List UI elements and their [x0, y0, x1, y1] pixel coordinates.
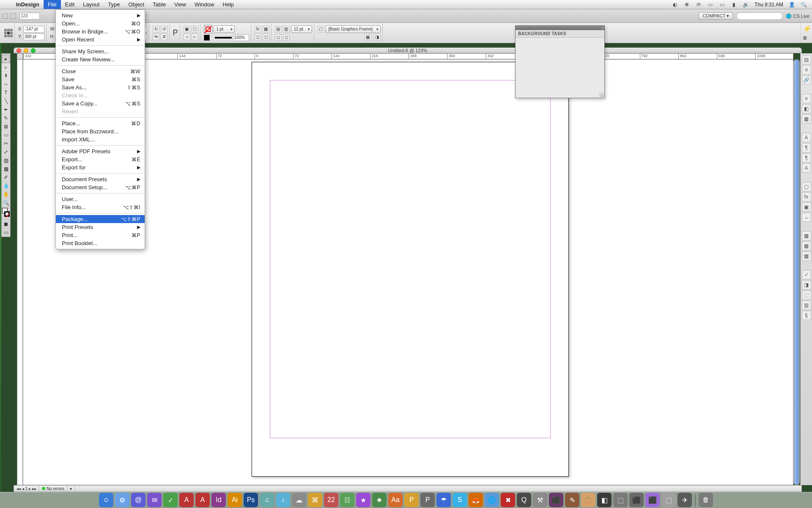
gradient-feather-tool[interactable]: ▩: [2, 165, 10, 173]
user-icon[interactable]: 👤: [788, 1, 795, 8]
separations-panel-icon[interactable]: ◨: [802, 280, 811, 290]
preflight-panel-icon[interactable]: ✓: [802, 270, 811, 279]
align-panel-icon[interactable]: ⫠: [802, 213, 811, 222]
x-field[interactable]: -147 pt: [23, 26, 44, 33]
cs-live-button[interactable]: CS Live: [786, 14, 809, 19]
vertical-scrollbar[interactable]: [793, 59, 800, 485]
y-field[interactable]: 308 pt: [23, 33, 44, 40]
preflight-status[interactable]: No errors: [39, 486, 67, 491]
menu-help[interactable]: Help: [218, 0, 238, 9]
dock-app-icon[interactable]: ⬛: [629, 493, 644, 507]
airplay-icon[interactable]: ▭: [707, 1, 714, 8]
dock-app-icon[interactable]: ✖: [501, 493, 515, 507]
app-name[interactable]: InDesign: [12, 1, 44, 8]
bridge-icon[interactable]: [10, 13, 16, 19]
pages-panel-icon[interactable]: ▤: [802, 55, 811, 64]
menuitem-new[interactable]: New▶: [56, 11, 145, 19]
panel-drag-handle[interactable]: ×: [516, 26, 604, 30]
stroke-weight-field[interactable]: 1 pt: [214, 25, 235, 33]
pen-tool[interactable]: ✒: [2, 105, 10, 114]
menuitem-user[interactable]: User...: [56, 195, 145, 203]
rectangle-tool[interactable]: ▭: [2, 131, 10, 139]
menuitem-package[interactable]: Package...⌥⇧⌘P: [56, 215, 145, 223]
page[interactable]: [252, 62, 569, 477]
id-icon[interactable]: [3, 14, 8, 19]
menuitem-adobe-pdf-presets[interactable]: Adobe PDF Presets▶: [56, 147, 145, 155]
scissors-tool[interactable]: ✂: [2, 139, 10, 148]
ruler-origin[interactable]: [17, 53, 23, 59]
dock-app-icon[interactable]: 🐵: [581, 493, 595, 507]
wrap-none-icon[interactable]: ▤: [275, 26, 282, 33]
rotate-cw-icon[interactable]: ↻: [153, 26, 159, 33]
fill-swatch[interactable]: [204, 25, 212, 33]
apply-color-toggle[interactable]: ◼: [2, 220, 10, 228]
menuitem-open[interactable]: Open...⌘O: [56, 19, 145, 28]
dock-app-icon[interactable]: @: [131, 493, 145, 507]
cell-styles-panel-icon[interactable]: ▦: [802, 251, 811, 261]
menuitem-document-presets[interactable]: Document Presets▶: [56, 175, 145, 183]
fill-stroke-toggle[interactable]: [2, 207, 10, 220]
opacity-field[interactable]: 100%: [233, 34, 249, 41]
menuitem-open-recent[interactable]: Open Recent▶: [56, 36, 145, 44]
vertical-scroll-thumb[interactable]: [794, 60, 799, 485]
background-tasks-panel[interactable]: × BACKGROUND TASKS: [515, 25, 605, 98]
flattener-panel-icon[interactable]: ▥: [802, 301, 811, 310]
status-icon[interactable]: ◐: [672, 1, 678, 8]
menu-edit[interactable]: Edit: [61, 0, 79, 9]
menu-table[interactable]: Table: [148, 0, 170, 9]
select-container-icon[interactable]: ▣: [184, 26, 190, 33]
menuitem-file-info[interactable]: File Info...⌥⇧⌘I: [56, 203, 145, 211]
menuitem-close[interactable]: Close⌘W: [56, 67, 145, 75]
dock-app-icon[interactable]: ✓: [163, 493, 178, 507]
menu-layout[interactable]: Layout: [79, 0, 104, 9]
dock-app-icon[interactable]: ⬚: [613, 493, 628, 507]
menuitem-save[interactable]: Save⌘S: [56, 75, 145, 83]
dock-app-icon[interactable]: ⚙: [115, 493, 129, 507]
dock-app-icon[interactable]: ☁: [292, 493, 306, 507]
dock-app-icon[interactable]: Q: [517, 493, 531, 507]
menu-window[interactable]: Window: [190, 0, 218, 9]
menuitem-share-my-screen[interactable]: Share My Screen...: [56, 47, 145, 55]
menuitem-print-booklet[interactable]: Print Booklet...: [56, 239, 145, 247]
dock-app-icon[interactable]: ✉: [147, 493, 162, 507]
fx-icon[interactable]: fx: [255, 26, 261, 33]
menu-file[interactable]: File: [44, 0, 61, 9]
dock-app-icon[interactable]: P: [420, 493, 435, 507]
zoom-tool[interactable]: 🔍: [2, 199, 10, 207]
quick-apply-icon[interactable]: ⚡: [803, 25, 810, 31]
menuitem-print-presets[interactable]: Print Presets▶: [56, 223, 145, 231]
style-options-icon[interactable]: ◨: [374, 34, 381, 41]
gradient-swatch-tool[interactable]: ▨: [2, 156, 10, 165]
volume-icon[interactable]: 🔊: [743, 1, 749, 8]
dock-app-icon[interactable]: ♣: [372, 493, 387, 507]
dock-app-icon[interactable]: A: [179, 493, 194, 507]
wrap-offset-field[interactable]: 12 pt: [291, 25, 312, 33]
dock-app-icon[interactable]: S: [453, 493, 467, 507]
links-panel-icon[interactable]: 🔗: [802, 75, 811, 85]
ruler-vertical[interactable]: [17, 59, 23, 485]
dock-app-icon[interactable]: ⚒: [533, 493, 547, 507]
drop-shadow-icon[interactable]: ▦: [263, 26, 269, 33]
dock-app-icon[interactable]: 🌐: [485, 493, 499, 507]
direct-selection-tool[interactable]: ▹: [2, 63, 10, 72]
menuitem-place-from-buzzword[interactable]: Place from Buzzword...: [56, 127, 145, 135]
menuitem-export-for[interactable]: Export for▶: [56, 163, 145, 171]
rotate-ccw-icon[interactable]: ↺: [161, 26, 167, 33]
zoom-button[interactable]: [31, 48, 36, 53]
battery-icon[interactable]: ▮: [731, 1, 738, 8]
dock-app-icon[interactable]: ☂: [436, 493, 451, 507]
page-navigator[interactable]: ◂◂ ◂ 1 ▸ ▸▸: [14, 486, 39, 491]
swatches-panel-icon[interactable]: ▦: [802, 114, 811, 124]
eyedropper-tool[interactable]: 💧: [2, 182, 10, 190]
pencil-tool[interactable]: ✎: [2, 114, 10, 122]
open-dropdown[interactable]: ▾: [67, 486, 75, 491]
line-tool[interactable]: ╲: [2, 97, 10, 105]
rectangle-frame-tool[interactable]: ⊠: [2, 122, 10, 131]
menu-object[interactable]: Object: [124, 0, 149, 9]
dock-app-icon[interactable]: 22: [324, 493, 338, 507]
panel-menu-icon[interactable]: ≡: [803, 34, 810, 41]
zoom-field[interactable]: 123: [19, 13, 40, 19]
dock-app-icon[interactable]: 🦊: [469, 493, 483, 507]
dock-app-icon[interactable]: Ai: [228, 493, 242, 507]
menuitem-document-setup[interactable]: Document Setup...⌥⌘P: [56, 183, 145, 191]
